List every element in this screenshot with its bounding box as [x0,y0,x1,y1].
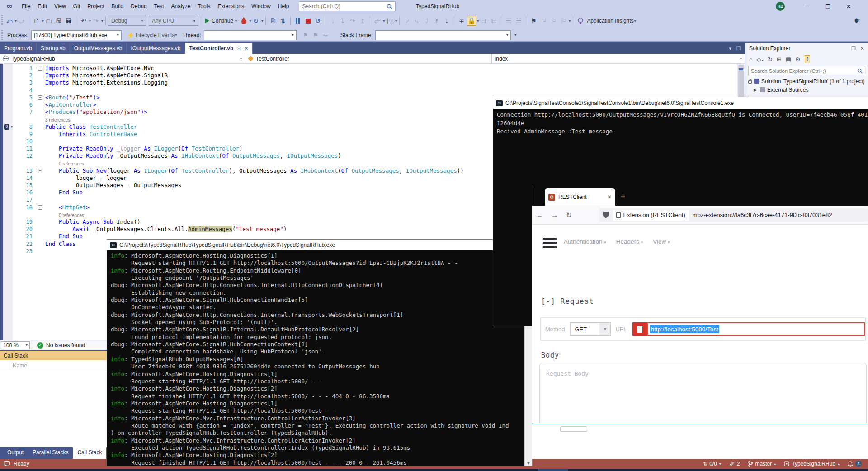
menu-project[interactable]: Project [84,0,108,13]
document-tab[interactable]: OutputMessages.vb [70,43,127,54]
menu-extensions[interactable]: Extensions [214,0,248,13]
back-icon[interactable]: ← [536,211,543,219]
menu-tools[interactable]: Tools [194,0,214,13]
hamburger-menu-icon[interactable] [543,238,557,250]
continue-button[interactable]: Continue ▾ [203,18,239,24]
save-all-icon[interactable]: 🖬 [64,16,73,26]
close-panel-icon[interactable]: ✕ [860,46,864,52]
panel-tab-output[interactable]: Output [3,447,28,459]
lifecycle-events-label[interactable]: Lifecycle Events [136,32,175,38]
pending-edits-status[interactable]: 2 [729,461,740,467]
application-insights-label[interactable]: Application Insights [587,18,633,24]
menu-debug[interactable]: Debug [127,0,150,13]
open-file-icon[interactable]: 🗀 [44,16,53,26]
frame-up-icon[interactable]: ⤴ [422,16,431,26]
git-branch-status[interactable]: master▴ [748,461,776,467]
commits-sync-status[interactable]: ⇅0/0▾ [703,461,721,467]
stack-frame-select[interactable]: ▾ [375,30,511,40]
url-favorite-button[interactable] [632,322,647,336]
thread-select[interactable]: ▾ [204,30,297,40]
close-tab-icon[interactable]: ✕ [244,46,248,52]
document-tab[interactable]: Program.vb [0,43,37,54]
document-tab[interactable]: TestController.vb☉✕ [185,43,253,54]
rest-menu-authentication[interactable]: Authentication ▾ [564,238,606,245]
collapse-all-icon[interactable]: ⊞ [777,56,782,63]
new-file-icon[interactable]: 🗋 [32,16,41,26]
restore-button[interactable]: ❐ [817,0,838,13]
properties-icon[interactable]: ⚙ [795,56,801,63]
lock-icon[interactable]: 🔒 [467,16,476,26]
method-select[interactable]: GET ▼ [570,322,611,336]
nav-project-dropdown[interactable]: TypedSignalRHub ▾ [0,54,245,63]
quick-search-input[interactable]: Search (Ctrl+Q) [299,1,396,11]
comment-icon[interactable]: ☰ [504,16,513,26]
code-line[interactable]: 2Imports Microsoft.AspNetCore.SignalR [0,72,737,79]
console-title-bar[interactable]: C:\ G:\Projects\SignalTestConsole1\Signa… [493,97,868,109]
nav-type-dropdown[interactable]: TestController [245,54,492,63]
undo-group-icon[interactable]: ⤶ [402,16,411,26]
forward-icon[interactable]: → [551,211,558,219]
clear-bookmarks-icon[interactable]: ⚐ [559,16,568,26]
filter-icon[interactable]: ◇▾ [757,56,764,63]
browser-link-icon[interactable]: 🖹 [269,16,278,26]
request-section-header[interactable]: [-] Request [541,297,594,306]
menu-help[interactable]: Help [274,0,293,13]
restart-icon[interactable]: ↺ [313,16,322,26]
reload-icon[interactable]: ↻ [566,211,572,219]
solution-node[interactable]: Solution 'TypedSignalRHub' (1 of 1 proje… [745,77,868,85]
sync-with-active-document-icon[interactable]: ⥌ [805,55,810,63]
show-next-statement-icon[interactable]: ↓ [328,16,337,26]
menu-analyze[interactable]: Analyze [168,0,194,13]
immediate-window-icon[interactable]: ▤ [385,16,394,26]
align-icon[interactable]: ∓ [457,16,466,26]
console-output[interactable]: info: Microsoft.AspNetCore.Hosting.Diagn… [107,250,532,466]
show-all-files-icon[interactable]: ▤ [786,56,791,63]
navigate-forward-icon[interactable]: ⤻ [17,16,26,26]
menu-test[interactable]: Test [151,0,168,13]
fold-collapse-icon[interactable]: − [38,169,42,173]
browser-tab[interactable]: ⚙ RESTClient ✕ [545,188,615,206]
menu-build[interactable]: Build [108,0,127,13]
tracking-protection-shield-icon[interactable] [603,212,609,218]
save-icon[interactable]: 🖫 [54,16,63,26]
prev-bookmark-icon[interactable]: ⚐ [539,16,548,26]
panel-tab-call-stack[interactable]: Call Stack [73,447,106,459]
pin-panel-icon[interactable]: ❐ [851,46,856,52]
bookmark-icon[interactable]: ⚑ [529,16,538,26]
undo-icon[interactable]: ↶ [79,16,88,26]
feedback-icon[interactable]: 🗣 [853,16,862,26]
flag-thread2-icon[interactable]: ⚑ [311,30,320,40]
close-tab-icon[interactable]: ✕ [607,194,612,200]
uncomment-icon[interactable]: ☱ [514,16,523,26]
tab-list-dropdown-icon[interactable]: ▾ [729,46,732,52]
redo-icon[interactable]: ↷ [91,16,100,26]
document-tab[interactable]: Startup.vb [37,43,70,54]
web-refresh-icon[interactable]: ⇅ [278,16,288,26]
menu-window[interactable]: Window [248,0,274,13]
break-all-icon[interactable] [293,16,302,26]
code-line[interactable]: 3Imports Microsoft.Extensions.Logging [0,79,737,86]
git-repo-status[interactable]: TypedSignalRHub▴ [784,461,840,467]
minimize-button[interactable]: – [797,0,817,13]
menu-file[interactable]: File [18,0,34,13]
step-into-icon[interactable]: ↧ [338,16,347,26]
process-select[interactable]: [17600] TypedSignalRHub.exe▾ [31,30,122,40]
flag-thread-icon[interactable]: ⚑ [301,30,310,40]
menu-edit[interactable]: Edit [34,0,51,13]
step-over-icon[interactable]: ↷ [348,16,357,26]
cursor-up-icon[interactable]: ↑ [432,16,441,26]
close-button[interactable]: ✕ [838,0,859,13]
rest-menu-headers[interactable]: Headers ▾ [616,238,643,245]
refresh-icon[interactable]: ↻ [768,56,773,63]
solution-configuration-select[interactable]: Debug▾ [108,16,146,26]
panel-tab-parallel-stacks[interactable]: Parallel Stacks [28,447,73,459]
fold-collapse-icon[interactable]: − [38,95,42,100]
fold-collapse-icon[interactable]: − [38,205,42,210]
cursor-down-icon[interactable]: ↓ [442,16,451,26]
menu-view[interactable]: View [51,0,70,13]
home-icon[interactable]: ⌂ [749,56,753,63]
stop-debugging-icon[interactable] [303,16,312,26]
pin-tab-icon[interactable]: ☉ [236,46,241,52]
rest-menu-view[interactable]: View ▾ [653,238,670,245]
suspend-icon[interactable]: ⥊ [321,30,330,40]
